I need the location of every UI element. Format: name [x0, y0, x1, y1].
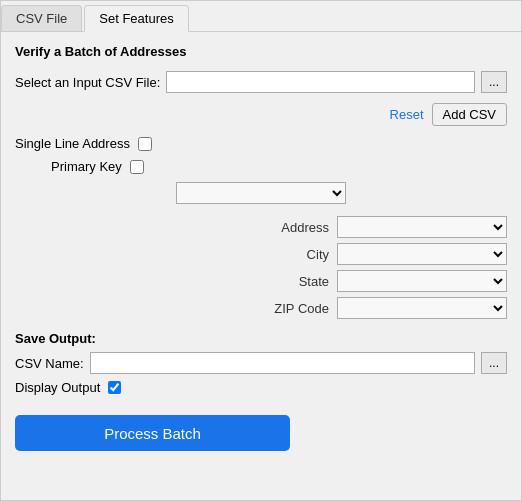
save-output-title: Save Output:: [15, 331, 507, 346]
action-row: Reset Add CSV: [15, 103, 507, 126]
address-select[interactable]: [337, 216, 507, 238]
single-line-address-label: Single Line Address: [15, 136, 130, 151]
tab-set-features[interactable]: Set Features: [84, 5, 188, 32]
display-output-row: Display Output: [15, 380, 507, 395]
display-output-checkbox[interactable]: [108, 381, 121, 394]
address-dropdown-row: Address: [15, 216, 507, 238]
zip-select[interactable]: [337, 297, 507, 319]
save-output-section: Save Output: CSV Name: ... Display Outpu…: [15, 331, 507, 403]
page-title: Verify a Batch of Addresses: [15, 44, 507, 59]
primary-key-checkbox[interactable]: [130, 160, 144, 174]
primary-key-row: Primary Key: [15, 159, 507, 174]
state-label: State: [299, 274, 329, 289]
main-content: Verify a Batch of Addresses Select an In…: [1, 32, 521, 500]
single-line-address-row: Single Line Address: [15, 136, 507, 151]
city-label: City: [307, 247, 329, 262]
file-browse-button[interactable]: ...: [481, 71, 507, 93]
zip-label: ZIP Code: [274, 301, 329, 316]
single-line-address-checkbox[interactable]: [138, 137, 152, 151]
csv-name-input[interactable]: [90, 352, 475, 374]
main-window: CSV File Set Features Verify a Batch of …: [0, 0, 522, 501]
dropdown-section: Address City State ZIP Code: [15, 216, 507, 319]
state-select[interactable]: [337, 270, 507, 292]
reset-button[interactable]: Reset: [390, 107, 424, 122]
csv-name-label: CSV Name:: [15, 356, 84, 371]
file-select-input[interactable]: [166, 71, 475, 93]
tab-csv-file[interactable]: CSV File: [1, 5, 82, 31]
process-batch-button[interactable]: Process Batch: [15, 415, 290, 451]
primary-key-dropdown-row: [15, 182, 507, 204]
tab-bar: CSV File Set Features: [1, 1, 521, 32]
file-select-label: Select an Input CSV File:: [15, 75, 160, 90]
primary-key-label: Primary Key: [51, 159, 122, 174]
city-dropdown-row: City: [15, 243, 507, 265]
file-select-row: Select an Input CSV File: ...: [15, 71, 507, 93]
zip-dropdown-row: ZIP Code: [15, 297, 507, 319]
city-select[interactable]: [337, 243, 507, 265]
process-batch-container: Process Batch: [15, 411, 507, 451]
display-output-label: Display Output: [15, 380, 100, 395]
address-label: Address: [281, 220, 329, 235]
csv-name-row: CSV Name: ...: [15, 352, 507, 374]
primary-key-select[interactable]: [176, 182, 346, 204]
state-dropdown-row: State: [15, 270, 507, 292]
csv-name-browse-button[interactable]: ...: [481, 352, 507, 374]
add-csv-button[interactable]: Add CSV: [432, 103, 507, 126]
